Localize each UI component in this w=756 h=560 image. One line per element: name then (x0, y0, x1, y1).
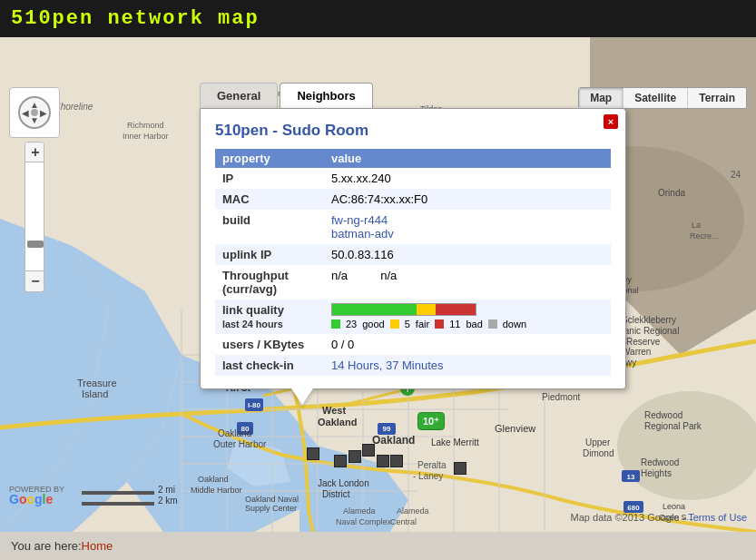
prop-link-quality: link qualitylast 24 hours (215, 300, 324, 334)
val-ip: 5.xx.xx.240 (324, 168, 611, 189)
svg-text:Supply Center: Supply Center (245, 504, 297, 513)
table-row: link qualitylast 24 hours 23 (215, 300, 611, 334)
table-row: build fw-ng-r444 batman-adv (215, 210, 611, 244)
table-row: last check-in 14 Hours, 37 Minutes (215, 355, 611, 376)
info-table: property value IP 5.xx.xx.240 MAC AC:86:… (215, 149, 611, 376)
zoom-out-button[interactable]: − (25, 271, 44, 291)
close-button[interactable]: × (604, 114, 618, 129)
lq-good-label: good (362, 319, 384, 329)
svg-text:Dimond: Dimond (583, 448, 614, 458)
lq-bad-label: bad (466, 319, 482, 329)
map-marker[interactable] (390, 455, 403, 467)
svg-text:Sclekkleberry: Sclekkleberry (622, 315, 676, 325)
throughput-avg: n/a (380, 269, 397, 282)
val-users: 0 / 0 (324, 334, 611, 355)
svg-text:Inner Harbor: Inner Harbor (123, 132, 169, 141)
build-link-1[interactable]: fw-ng-r444 (331, 213, 388, 227)
prop-last-checkin: last check-in (215, 355, 324, 376)
marker-cluster-large[interactable]: 10⁺ (417, 412, 445, 430)
val-throughput: n/a n/a (324, 265, 611, 300)
svg-point-8 (617, 391, 756, 500)
panel-title: 510pen - Sudo Room (215, 122, 611, 140)
col-header-value: value (324, 149, 611, 168)
col-header-property: property (215, 149, 324, 168)
page-title: 510pen network map (0, 0, 756, 37)
map-marker[interactable] (334, 455, 347, 467)
map-nav-controls: ▲ ▼ ◀ ▶ + − (9, 87, 60, 292)
svg-text:Oakland: Oakland (218, 428, 251, 438)
lq-good-dot (331, 319, 340, 329)
svg-text:99: 99 (383, 425, 391, 433)
svg-text:Oakland: Oakland (372, 434, 415, 447)
table-row: IP 5.xx.xx.240 (215, 168, 611, 189)
breadcrumb-prefix: You are here: (11, 539, 82, 553)
map-marker[interactable] (307, 447, 319, 460)
lq-fair-dot (390, 319, 399, 329)
scale-bar: 2 mi 2 km (82, 485, 178, 506)
val-build: fw-ng-r444 batman-adv (324, 210, 611, 244)
scale-mi: 2 mi (158, 485, 175, 495)
lq-down-label: down (503, 319, 526, 329)
map-attribution: Map data ©2013 Google - Terms of Use (571, 512, 747, 523)
footer: You are here: Home (0, 532, 756, 559)
svg-text:Middle Harbor: Middle Harbor (191, 486, 242, 495)
svg-text:Glenview: Glenview (495, 423, 535, 434)
pan-control[interactable]: ▲ ▼ ◀ ▶ (9, 87, 60, 138)
svg-text:- Laney: - Laney (413, 471, 443, 481)
terms-of-use-link[interactable]: Terms of Use (688, 512, 747, 523)
table-row: uplink IP 50.0.83.116 (215, 244, 611, 265)
info-panel-wrapper: General Neighbors × 510pen - Sudo Room p… (200, 83, 626, 389)
map-marker[interactable] (377, 455, 389, 467)
svg-text:tanic Regional: tanic Regional (622, 326, 679, 336)
prop-mac: MAC (215, 189, 324, 210)
tab-general[interactable]: General (200, 83, 278, 108)
lq-good-segment (332, 304, 417, 315)
terrain-button[interactable]: Terrain (688, 88, 746, 108)
prop-ip: IP (215, 168, 324, 189)
lq-fair-count: 5 (405, 319, 410, 329)
panel-tail (291, 388, 313, 405)
svg-text:Redwood: Redwood (644, 410, 682, 420)
svg-text:Regional Park: Regional Park (644, 421, 702, 431)
prop-throughput: Throughput (curr/avg) (215, 265, 324, 300)
svg-text:District: District (322, 489, 350, 499)
build-link-2[interactable]: batman-adv (331, 227, 394, 241)
link-quality-bar (331, 303, 476, 316)
svg-text:Alameda: Alameda (343, 506, 376, 516)
svg-text:Peralta: Peralta (417, 460, 447, 470)
lq-bad-count: 11 (449, 319, 460, 329)
lq-down-dot (488, 319, 497, 329)
marker-label: 10⁺ (417, 412, 445, 430)
lq-bad-segment (436, 304, 476, 315)
svg-text:Richmond: Richmond (127, 121, 164, 130)
satellite-button[interactable]: Satellite (623, 88, 688, 108)
svg-text:West: West (322, 405, 346, 416)
svg-text:Oakland: Oakland (318, 417, 357, 427)
svg-text:I-80: I-80 (248, 401, 260, 409)
tab-neighbors[interactable]: Neighbors (280, 83, 372, 108)
zoom-slider[interactable] (25, 162, 44, 271)
breadcrumb-home-link[interactable]: Home (82, 539, 113, 553)
svg-text:Alameda: Alameda (397, 506, 429, 516)
map-marker[interactable] (349, 450, 361, 463)
svg-text:Central: Central (390, 517, 417, 526)
map-marker[interactable] (454, 462, 466, 475)
svg-text:Island: Island (82, 388, 108, 399)
table-row: MAC AC:86:74:xx.xx:F0 (215, 189, 611, 210)
val-link-quality: 23 good 5 fair 11 bad down (324, 300, 611, 334)
table-row: users / KBytes 0 / 0 (215, 334, 611, 355)
scale-km: 2 km (158, 496, 178, 506)
prop-users: users / KBytes (215, 334, 324, 355)
throughput-curr: n/a (331, 269, 348, 282)
map-container: 80 I-80 99 13 680 Shoreline Richmond Inn… (0, 37, 756, 532)
checkin-link[interactable]: 14 Hours, 37 Minutes (331, 359, 444, 372)
val-last-checkin: 14 Hours, 37 Minutes (324, 355, 611, 376)
svg-text:Orinda: Orinda (658, 188, 685, 198)
prop-build: build (215, 210, 324, 244)
svg-text:13: 13 (627, 473, 635, 481)
lq-fair-segment (417, 304, 436, 315)
svg-text:Redwood: Redwood (641, 457, 679, 467)
zoom-in-button[interactable]: + (25, 142, 44, 162)
map-marker[interactable] (362, 444, 375, 457)
lq-legend: 23 good 5 fair 11 bad down (331, 319, 604, 329)
